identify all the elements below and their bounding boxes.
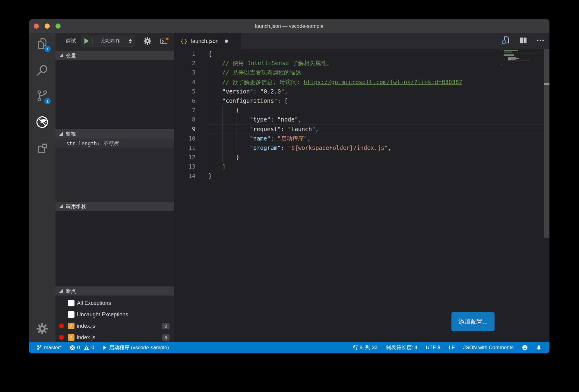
debug-launch-status[interactable]: 启动程序 (vscode-sample)	[102, 344, 169, 351]
cursor-position-status[interactable]: 行 9, 列 33	[353, 344, 378, 351]
tab-size: 制表符长度: 4	[386, 344, 417, 351]
scrollbar[interactable]	[544, 49, 549, 238]
code-line[interactable]: "name": "启动程序",	[208, 134, 542, 143]
vscode-window: launch.json — vscode-sample 1	[29, 19, 549, 353]
checkbox[interactable]	[68, 334, 74, 341]
checkbox[interactable]	[68, 323, 74, 329]
code-line[interactable]: "type": "node",	[208, 115, 542, 124]
git-branch-status[interactable]: master*	[37, 345, 62, 351]
language-mode-status[interactable]: JSON with Comments	[463, 345, 514, 351]
code-line[interactable]: "request": "launch",	[208, 125, 542, 134]
section-title: 变量	[66, 52, 76, 59]
section-header-variables[interactable]: 变量	[55, 51, 174, 60]
debug-console-icon	[160, 36, 169, 46]
eol-status[interactable]: LF	[449, 345, 455, 351]
line-number[interactable]: 11	[174, 143, 195, 153]
tab-launch-json[interactable]: {} launch.json	[174, 33, 241, 49]
open-changes-button[interactable]	[501, 36, 510, 46]
watch-expression: str.length:	[66, 141, 100, 147]
call-stack-body[interactable]	[55, 211, 174, 286]
checkbox[interactable]	[68, 300, 74, 306]
line-number[interactable]: 8	[174, 115, 195, 124]
encoding-status[interactable]: UTF-8	[426, 345, 440, 351]
json-file-icon: {}	[180, 38, 188, 44]
settings-gear-button[interactable]	[36, 322, 49, 335]
section-header-watch[interactable]: 监视	[55, 129, 174, 138]
code-line[interactable]: }	[208, 171, 542, 181]
configure-gear-button[interactable]	[143, 36, 152, 46]
breakpoint-label: index.js	[77, 334, 162, 341]
ellipsis-icon	[536, 36, 545, 45]
line-number[interactable]: 2	[174, 58, 195, 68]
scm-badge: 1	[44, 98, 51, 104]
line-number[interactable]: 6	[174, 96, 195, 106]
code-line[interactable]: }	[208, 153, 542, 162]
gutter[interactable]: 1234567891011121314	[174, 49, 195, 181]
sidebar-item-extensions[interactable]	[36, 142, 49, 155]
launch-config-name: 启动程序	[93, 38, 129, 44]
breakpoint-line-badge: 2	[162, 323, 169, 329]
editor-group: {} launch.json	[174, 33, 549, 342]
line-number[interactable]: 3	[174, 68, 195, 77]
sidebar-item-source-control[interactable]: 1	[36, 89, 49, 103]
add-configuration-button[interactable]: 添加配置...	[451, 312, 495, 331]
line-number[interactable]: 4	[174, 77, 195, 87]
watch-value: 不可用	[103, 140, 119, 147]
launch-config-select[interactable]: 启动程序	[81, 36, 135, 46]
line-number[interactable]: 7	[174, 106, 195, 115]
debug-sidebar: 调试 启动程序	[55, 33, 174, 342]
code-line[interactable]: // 悬停以查看现有属性的描述。	[208, 68, 542, 77]
sidebar-item-search[interactable]	[36, 64, 49, 77]
line-number[interactable]: 14	[174, 171, 195, 181]
sidebar-item-debug-active[interactable]	[36, 115, 49, 129]
breakpoint-row[interactable]: Uncaught Exceptions	[55, 309, 174, 320]
variables-body[interactable]	[55, 60, 174, 129]
debug-console-button[interactable]	[160, 36, 169, 46]
smiley-icon	[522, 345, 528, 350]
section-header-breakpoints[interactable]: 断点	[55, 286, 174, 296]
watch-expression-row[interactable]: str.length: 不可用	[55, 138, 174, 148]
eol: LF	[449, 345, 455, 351]
minimap[interactable]	[501, 49, 544, 67]
code-line[interactable]: "configurations": [	[208, 96, 542, 106]
bell-icon	[536, 345, 542, 350]
editor-actions	[501, 33, 545, 49]
code-line[interactable]: "version": "0.2.0",	[208, 87, 542, 96]
section-title: 断点	[66, 288, 76, 295]
notifications-button[interactable]	[536, 345, 542, 350]
code-line[interactable]: {	[208, 49, 542, 58]
status-bar: master* 0 0	[29, 342, 549, 353]
breakpoint-row[interactable]: index.js 5	[55, 332, 174, 342]
line-number[interactable]: 13	[174, 162, 195, 171]
code-line[interactable]: // 欲了解更多信息, 请访问: https://go.microsoft.co…	[208, 77, 542, 87]
split-editor-icon	[519, 36, 528, 45]
code-line[interactable]: "program": "${workspaceFolder}/index.js"…	[208, 143, 542, 153]
line-number[interactable]: 12	[174, 153, 195, 162]
start-debug-icon[interactable]	[84, 38, 89, 44]
code-line[interactable]: // 使用 IntelliSense 了解相关属性。	[208, 58, 542, 68]
line-number[interactable]: 5	[174, 87, 195, 96]
line-number[interactable]: 1	[174, 49, 195, 58]
problems-status[interactable]: 0 0	[70, 345, 94, 351]
sidebar-item-explorer[interactable]: 1	[36, 37, 49, 50]
line-number[interactable]: 10	[174, 134, 195, 143]
breakpoint-row[interactable]: index.js 2	[55, 320, 174, 332]
code-line[interactable]: ]	[208, 162, 542, 171]
code-line[interactable]: {	[208, 106, 542, 115]
line-number[interactable]: 9	[174, 125, 195, 134]
language-mode: JSON with Comments	[463, 345, 514, 351]
tab-size-status[interactable]: 制表符长度: 4	[386, 344, 417, 351]
modified-dot-icon[interactable]	[225, 40, 228, 43]
title-bar[interactable]: launch.json — vscode-sample	[29, 19, 549, 33]
scrollbar-thumb[interactable]	[544, 83, 549, 85]
twistie-expanded-icon	[59, 289, 63, 293]
split-editor-button[interactable]	[519, 36, 528, 46]
twistie-expanded-icon	[59, 204, 63, 208]
breakpoint-row[interactable]: All Exceptions	[55, 297, 174, 309]
section-header-call-stack[interactable]: 调用堆栈	[55, 202, 174, 211]
more-actions-button[interactable]	[536, 36, 545, 46]
breakpoint-line-badge: 5	[162, 334, 169, 341]
checkbox[interactable]	[68, 311, 74, 318]
feedback-button[interactable]	[522, 345, 528, 350]
window-title: launch.json — vscode-sample	[29, 19, 549, 33]
